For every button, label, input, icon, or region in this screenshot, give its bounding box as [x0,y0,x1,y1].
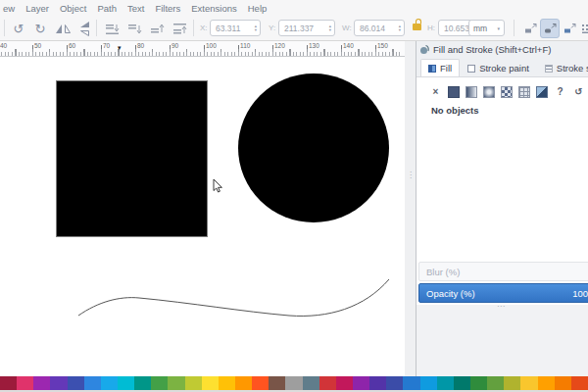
palette-swatch[interactable] [437,376,454,390]
resize-handle-icon: ⋮ [407,171,414,179]
swatch-icon[interactable] [518,86,530,98]
palette-swatch[interactable] [202,376,219,390]
raise-to-top-button[interactable] [170,19,189,38]
palette-swatch[interactable] [470,376,487,390]
palette-swatch[interactable] [50,376,67,390]
flip-horizontal-button[interactable] [53,19,73,38]
palette-swatch[interactable] [134,376,151,390]
lower-to-bottom-button[interactable] [102,19,122,38]
spinner-icon[interactable]: ▴▾ [399,24,401,32]
color-palette [0,376,588,390]
y-field[interactable]: 211.337 ▴▾ [278,20,335,36]
palette-swatch[interactable] [538,376,555,390]
raise-to-top-icon [172,23,187,35]
y-field-label: Y: [269,24,275,32]
menu-item-layer[interactable]: Layer [25,3,49,14]
undo-button[interactable]: ↺ [9,19,28,38]
palette-swatch[interactable] [252,376,269,390]
spinner-icon[interactable]: ▴▾ [329,24,331,32]
menu-item-object[interactable]: Object [60,3,86,14]
palette-swatch[interactable] [185,376,202,390]
menu-item-filters[interactable]: Filters [155,3,180,14]
palette-swatch[interactable] [0,376,17,390]
opacity-slider[interactable]: Opacity (%) 100 [418,283,588,303]
affect-patterns-toggle[interactable] [577,19,588,38]
lock-ratio-icon[interactable] [413,24,421,30]
move-gradients-icon [564,24,576,34]
palette-swatch[interactable] [353,376,369,390]
menu-bar: ewLayerObjectPathTextFiltersExtensionsHe… [0,0,588,16]
menu-item-path[interactable]: Path [97,3,117,14]
palette-swatch[interactable] [520,376,537,390]
panel-resize-gutter[interactable]: ⋮ [405,41,416,376]
flat-color-icon[interactable] [448,86,460,98]
menu-item-extensions[interactable]: Extensions [191,3,236,14]
x-field[interactable]: 63.311 ▴▾ [210,20,261,36]
spinner-icon[interactable]: ▴▾ [255,24,257,32]
palette-swatch[interactable] [151,376,168,390]
palette-swatch[interactable] [68,376,84,390]
affect-corners-toggle[interactable] [540,19,560,38]
palette-swatch[interactable] [269,376,285,390]
flip-vertical-button[interactable] [74,19,94,38]
palette-swatch[interactable] [555,376,571,390]
palette-swatch[interactable] [285,376,302,390]
drawing-canvas[interactable] [0,57,405,376]
no-paint-icon[interactable]: × [429,85,442,98]
bezier-curve-object[interactable] [0,57,405,376]
tab-stroke-style[interactable]: Stroke style [537,59,588,76]
unknown-icon[interactable]: ? [554,85,566,98]
palette-swatch[interactable] [319,376,336,390]
raise-step-button[interactable] [147,19,167,38]
palette-swatch[interactable] [101,376,118,390]
palette-swatch[interactable] [454,376,470,390]
dropdown-arrow-icon: ▾ [497,25,500,31]
panel-tab-bar: FillStroke paintStroke style [416,57,588,77]
palette-swatch[interactable] [420,376,437,390]
radial-gradient-icon[interactable] [483,86,495,98]
unit-dropdown[interactable]: mm ▾ [468,20,505,36]
menu-item-text[interactable]: Text [127,3,144,14]
linear-gradient-icon[interactable] [466,86,477,98]
palette-swatch[interactable] [369,376,386,390]
toolbar-separator [193,20,194,36]
menu-item-help[interactable]: Help [248,3,268,14]
ruler-tick-label: 60 [69,42,75,49]
palette-swatch[interactable] [33,376,50,390]
horizontal-ruler[interactable]: ▾ 405060708090100110120130140150 [0,41,405,57]
pattern-icon[interactable] [501,86,513,98]
swap-icon[interactable]: ↺ [572,85,585,98]
mesh-gradient-icon[interactable] [536,86,548,98]
tab-stroke-paint[interactable]: Stroke paint [460,59,537,76]
lower-step-button[interactable] [124,19,144,38]
status-text: No objects [431,105,479,116]
palette-swatch[interactable] [235,376,252,390]
flip-vertical-icon [78,21,91,37]
ruler-tick-label: 110 [240,42,250,49]
toolbar-separator [4,20,5,36]
menu-item-ew[interactable]: ew [3,3,15,14]
palette-swatch[interactable] [118,376,134,390]
affect-stroke-toggle[interactable] [520,19,540,38]
palette-swatch[interactable] [504,376,520,390]
palette-swatch[interactable] [168,376,184,390]
palette-swatch[interactable] [84,376,101,390]
blur-slider[interactable]: Blur (%) [418,262,588,281]
palette-swatch[interactable] [571,376,588,390]
fill-tab-icon [428,65,436,73]
affect-gradients-toggle[interactable] [560,19,579,38]
palette-swatch[interactable] [303,376,319,390]
w-field[interactable]: 86.014 ▴▾ [354,20,405,36]
command-toolbar: ↺ ↻ [0,16,588,41]
tab-fill[interactable]: Fill [420,59,460,76]
palette-swatch[interactable] [17,376,33,390]
palette-swatch[interactable] [386,376,403,390]
palette-swatch[interactable] [219,376,235,390]
tab-label: Fill [440,63,452,74]
palette-swatch[interactable] [487,376,504,390]
palette-swatch[interactable] [403,376,419,390]
unit-value: mm [473,24,487,33]
redo-button[interactable]: ↻ [30,19,50,38]
palette-swatch[interactable] [336,376,353,390]
x-field-value: 63.311 [216,24,253,33]
